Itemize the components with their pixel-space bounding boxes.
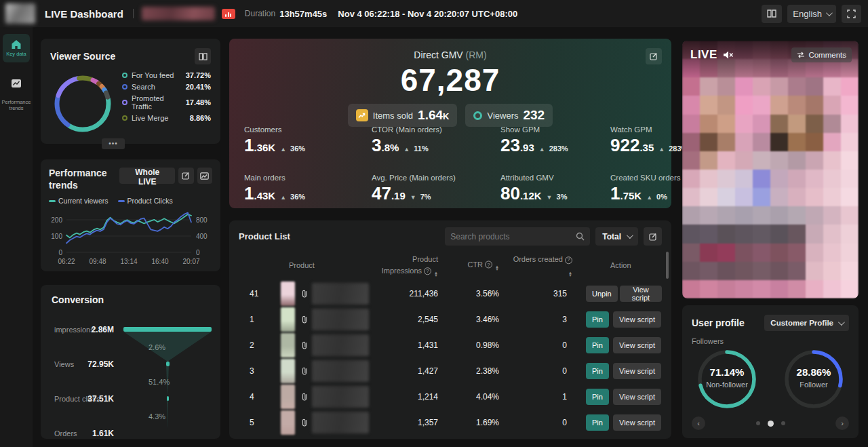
product-thumbnail [281, 359, 295, 383]
mosaic-cell [700, 188, 717, 206]
mosaic-cell [700, 133, 717, 151]
pin-button[interactable]: Pin [586, 389, 609, 405]
viewers-pill: Viewers 232 [465, 104, 553, 127]
arrow-up-icon: ▲ [646, 194, 652, 201]
customer-profile-dropdown[interactable]: Customer Profile [764, 315, 849, 331]
mosaic-cell [682, 151, 700, 170]
column-ctr[interactable]: CTR?▲▼ [449, 260, 499, 271]
legend-item[interactable]: For You feed 37.72% [122, 71, 211, 79]
mosaic-cell [841, 151, 859, 170]
scrollbar-thumb[interactable] [666, 252, 669, 279]
pin-button[interactable]: Pin [586, 311, 609, 328]
column-orders-created[interactable]: Orders created? ▲▼ [507, 254, 572, 277]
column-product-impressions[interactable]: Product Impressions?▲▼ [359, 254, 438, 277]
mosaic-cell [841, 225, 859, 243]
mosaic-cell [735, 170, 753, 188]
svg-text:400: 400 [196, 233, 208, 240]
metric-value-decimal: .19 [391, 190, 406, 201]
sidebar-item-performance-trends[interactable]: Performance trends [1, 69, 31, 112]
pin-button[interactable]: Unpin [586, 286, 618, 302]
language-selector[interactable]: English [787, 5, 836, 23]
mosaic-cell [770, 244, 788, 262]
pin-button[interactable]: Pin [586, 363, 609, 379]
legend-item[interactable]: Search 20.41% [122, 83, 211, 91]
chevron-down-icon [826, 9, 833, 16]
product-search[interactable] [445, 227, 590, 246]
view-script-button[interactable]: View script [613, 363, 661, 379]
whole-live-button[interactable]: Whole LIVE [119, 168, 175, 184]
total-filter-dropdown[interactable]: Total [595, 227, 638, 246]
viewer-source-more-button[interactable]: ••• [102, 138, 125, 149]
comments-button[interactable]: Comments [791, 47, 852, 62]
mosaic-cell [806, 170, 823, 188]
sort-icon[interactable]: ▲▼ [568, 271, 572, 277]
sort-icon[interactable]: ▲▼ [495, 265, 499, 271]
product-impressions: 1,427 [374, 366, 438, 376]
mosaic-cell [823, 188, 841, 206]
svg-text:13:14: 13:14 [120, 258, 137, 265]
follower-gauge: 71.14% Non-follower [696, 348, 758, 410]
mosaic-cell [717, 262, 735, 280]
mosaic-cell [735, 262, 753, 280]
legend-item[interactable]: Current viewers [49, 197, 108, 205]
mosaic-cell [770, 133, 788, 151]
legend-label: For You feed [132, 71, 174, 79]
pin-button[interactable]: Pin [586, 414, 609, 431]
metric-delta: 36% [290, 144, 305, 153]
page-dot[interactable] [781, 421, 785, 425]
sidebar-item-key-data[interactable]: Key data [1, 34, 31, 62]
viewer-source-guide-button[interactable] [195, 48, 211, 64]
info-icon[interactable]: ? [565, 256, 572, 264]
mosaic-cell [806, 133, 823, 151]
divider [133, 9, 134, 18]
prev-page-button[interactable]: ‹ [692, 416, 705, 430]
mosaic-cell [735, 77, 753, 96]
view-script-button[interactable]: View script [613, 337, 661, 353]
gmv-metric: Main orders 1.43K ▲ 36% [244, 174, 372, 204]
legend-swatch [118, 200, 125, 202]
legend-label: Promoted Traffic [132, 94, 186, 111]
live-video-panel: LIVE Comments [682, 41, 859, 298]
edit-chart-button[interactable] [178, 168, 193, 184]
page-dot[interactable] [756, 421, 760, 425]
page-dot-active[interactable] [768, 421, 774, 427]
mosaic-cell [823, 262, 841, 280]
trend-up-icon [356, 109, 368, 121]
funnel-bar [166, 362, 170, 366]
mosaic-cell [841, 206, 859, 225]
date-range: Nov 4 06:22:18 - Nov 4 20:20:07 UTC+08:0… [338, 9, 517, 19]
product-list-edit-button[interactable] [644, 227, 662, 246]
view-script-button[interactable]: View script [620, 286, 662, 302]
mosaic-cell [700, 206, 717, 225]
viewers-label: Viewers [487, 111, 518, 121]
view-script-button[interactable]: View script [613, 414, 661, 431]
legend-item[interactable]: Product Clicks [118, 197, 173, 205]
guide-button[interactable] [762, 5, 782, 23]
sort-icon[interactable]: ▲▼ [434, 271, 438, 277]
mosaic-cell [788, 262, 806, 280]
gmv-edit-button[interactable] [646, 48, 662, 64]
mosaic-cell [753, 77, 770, 96]
view-script-button[interactable]: View script [613, 311, 661, 328]
mosaic-cell [682, 206, 700, 225]
snapshot-button[interactable] [197, 168, 212, 184]
mosaic-cell [735, 151, 753, 170]
legend-item[interactable]: Promoted Traffic 17.48% [122, 94, 211, 111]
next-page-button[interactable]: › [835, 416, 849, 430]
info-icon[interactable]: ? [485, 261, 492, 269]
mosaic-cell [788, 206, 806, 225]
info-icon[interactable]: ? [424, 267, 431, 275]
search-input[interactable] [450, 232, 576, 241]
mosaic-cell [823, 151, 841, 170]
svg-text:200: 200 [51, 216, 62, 224]
pin-button[interactable]: Pin [586, 337, 609, 353]
fullscreen-button[interactable] [842, 5, 861, 23]
mosaic-cell [753, 133, 770, 151]
muted-speaker-icon[interactable] [723, 50, 734, 60]
legend-dot [122, 73, 127, 78]
view-script-button[interactable]: View script [613, 389, 661, 405]
mosaic-cell [841, 244, 859, 262]
mosaic-cell [753, 96, 770, 114]
legend-item[interactable]: Live Merge 8.86% [122, 114, 211, 122]
product-name-redacted [312, 386, 369, 408]
